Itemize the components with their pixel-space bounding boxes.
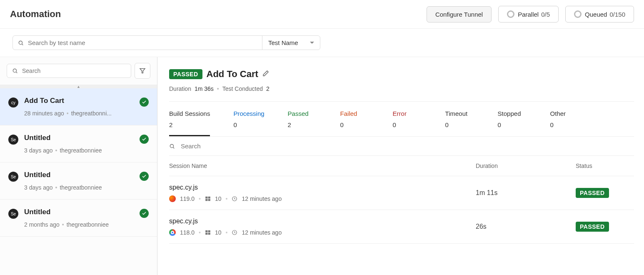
parallel-button[interactable]: Parallel 0/5	[498, 6, 559, 22]
configure-tunnel-label: Configure Tunnel	[435, 11, 483, 18]
session-name: spec.cy.js	[169, 184, 476, 191]
tool-icon: Se✓	[8, 172, 18, 182]
scroll-up-icon: ▲	[0, 85, 157, 88]
status-dot-icon	[140, 98, 149, 107]
browser-icon	[169, 195, 176, 202]
status-tab[interactable]: Processing0	[233, 110, 264, 136]
build-meta: 3 days ago•thegreatbonniee	[24, 147, 134, 154]
session-meta: 118.0•10•12 minutes ago	[169, 229, 476, 236]
queued-button[interactable]: Queued 0/150	[565, 6, 634, 22]
session-table-body: spec.cy.js119.0•10•12 minutes ago1m 11sP…	[169, 176, 634, 244]
status-dot-icon	[140, 209, 149, 218]
browser-version: 118.0	[180, 229, 195, 236]
pencil-icon	[262, 70, 269, 77]
tab-label: Processing	[233, 110, 264, 117]
configure-tunnel-button[interactable]: Configure Tunnel	[427, 6, 492, 22]
svg-point-5	[170, 144, 173, 148]
session-status-badge: PASSED	[576, 188, 609, 198]
status-tab[interactable]: Error0	[393, 110, 422, 136]
sidebar-search[interactable]	[7, 64, 131, 78]
status-tabs: Build Sessions2Processing0Passed2Failed0…	[169, 101, 634, 137]
filter-icon	[139, 68, 146, 74]
build-name: Untitled	[24, 171, 134, 179]
windows-icon	[205, 230, 211, 235]
os-version: 10	[215, 195, 222, 202]
summary-line: Duration 1m 36s • Test Conducted 2	[169, 85, 634, 92]
session-time: 12 minutes ago	[242, 195, 282, 202]
tab-value: 0	[340, 121, 369, 128]
search-icon	[169, 143, 175, 149]
svg-line-6	[173, 147, 175, 148]
detail-title-row: PASSED Add To Cart	[169, 69, 634, 80]
test-conducted-value: 2	[266, 85, 270, 92]
session-row[interactable]: spec.cy.js119.0•10•12 minutes ago1m 11sP…	[169, 176, 634, 210]
tab-label: Other	[550, 110, 579, 117]
page-title: Automation	[10, 9, 61, 20]
os-version: 10	[215, 229, 222, 236]
tab-value: 0	[550, 121, 579, 128]
ring-icon	[507, 10, 514, 18]
queued-value: 0/150	[609, 11, 625, 18]
status-tab[interactable]: Stopped0	[498, 110, 527, 136]
build-item[interactable]: cyAdd To Cart28 minutes ago•thegreatbonn…	[0, 88, 157, 125]
build-list[interactable]: ▲ cyAdd To Cart28 minutes ago•thegreatbo…	[0, 85, 157, 275]
svg-rect-9	[205, 199, 207, 201]
tab-label: Passed	[288, 110, 317, 117]
session-name: spec.cy.js	[169, 218, 476, 225]
detail-panel: PASSED Add To Cart Duration 1m 36s • Tes…	[157, 57, 644, 275]
tab-label: Build Sessions	[169, 110, 210, 117]
build-item[interactable]: Se✓Untitled3 days ago•thegreatbonniee	[0, 125, 157, 162]
build-item[interactable]: Se✓Untitled3 days ago•thegreatbonniee	[0, 162, 157, 200]
svg-point-2	[13, 69, 16, 72]
global-search-input[interactable]	[28, 39, 257, 46]
top-actions: Configure Tunnel Parallel 0/5 Queued 0/1…	[427, 6, 634, 22]
session-table-header: Session Name Duration Status	[169, 156, 634, 176]
status-tab[interactable]: Other0	[550, 110, 579, 136]
ring-icon	[574, 10, 582, 18]
chevron-down-icon	[310, 42, 314, 44]
col-duration: Duration	[476, 162, 576, 169]
duration-value: 1m 36s	[195, 85, 214, 92]
tab-label: Error	[393, 110, 422, 117]
build-meta: 28 minutes ago•thegreatbonni...	[24, 110, 134, 117]
build-name: Untitled	[24, 134, 134, 142]
sidebar-controls	[0, 57, 157, 85]
filter-button[interactable]	[135, 63, 150, 79]
tab-value: 2	[288, 121, 317, 128]
browser-icon	[169, 229, 176, 236]
session-time: 12 minutes ago	[242, 229, 282, 236]
svg-line-1	[22, 44, 23, 45]
tab-value: 0	[233, 121, 264, 128]
col-session-name: Session Name	[169, 162, 476, 169]
svg-rect-8	[208, 197, 210, 199]
status-tab[interactable]: Timeout0	[445, 110, 474, 136]
session-search[interactable]	[169, 137, 634, 156]
session-duration: 26s	[476, 223, 576, 230]
browser-version: 119.0	[180, 195, 195, 202]
tab-value: 0	[393, 121, 422, 128]
search-type-select[interactable]: Test Name	[262, 35, 320, 50]
build-meta: 3 days ago•thegreatbonniee	[24, 184, 134, 191]
session-duration: 1m 11s	[476, 189, 576, 197]
global-search[interactable]	[12, 35, 262, 50]
session-row[interactable]: spec.cy.js118.0•10•12 minutes ago26sPASS…	[169, 210, 634, 244]
svg-rect-14	[205, 233, 207, 235]
build-item[interactable]: Se✓Untitled2 months ago•thegreatbonniee	[0, 200, 157, 237]
clock-icon	[232, 230, 237, 235]
edit-title-button[interactable]	[262, 70, 269, 78]
status-tab[interactable]: Passed2	[288, 110, 317, 136]
status-dot-icon	[140, 172, 149, 181]
toolbar: Test Name	[0, 29, 644, 57]
detail-title: Add To Cart	[207, 69, 258, 80]
status-tab[interactable]: Build Sessions2	[169, 110, 210, 136]
separator-icon: •	[217, 85, 219, 92]
svg-rect-15	[208, 233, 210, 235]
col-status: Status	[576, 162, 634, 169]
svg-marker-4	[140, 69, 145, 73]
svg-rect-13	[208, 230, 210, 232]
duration-label: Duration	[169, 85, 191, 92]
tab-label: Timeout	[445, 110, 474, 117]
session-search-input[interactable]	[181, 142, 260, 150]
status-tab[interactable]: Failed0	[340, 110, 369, 136]
sidebar-search-input[interactable]	[22, 68, 126, 74]
